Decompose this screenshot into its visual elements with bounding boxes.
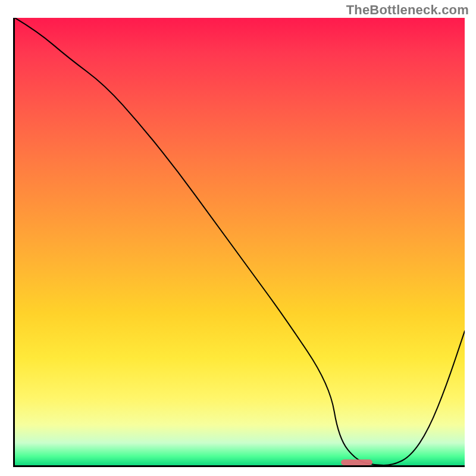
chart-svg xyxy=(15,18,465,465)
watermark-text: TheBottleneck.com xyxy=(346,2,469,18)
bottleneck-chart: TheBottleneck.com xyxy=(0,0,476,476)
optimum-marker xyxy=(341,459,372,465)
plot-area xyxy=(13,18,465,467)
bottleneck-curve xyxy=(15,18,465,465)
